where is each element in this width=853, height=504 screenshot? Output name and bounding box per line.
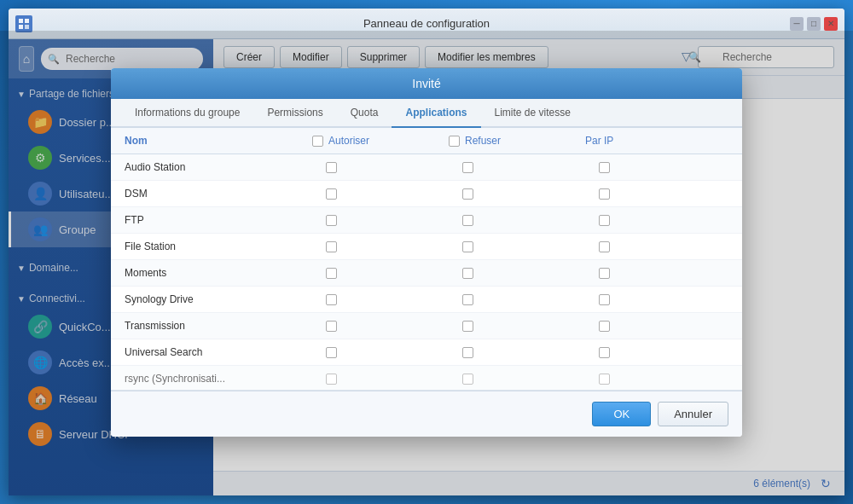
table-row: Transmission	[111, 313, 742, 339]
authorize-cell-2	[312, 215, 449, 226]
col-header-by-ip: Par IP	[585, 135, 696, 147]
byip-cb-5[interactable]	[599, 294, 610, 305]
authorize-cb-1[interactable]	[326, 188, 337, 200]
deny-cell-3	[449, 241, 585, 252]
maximize-button[interactable]: □	[807, 17, 821, 31]
dialog-title: Invité	[111, 68, 742, 99]
deny-all-checkbox[interactable]	[449, 136, 460, 147]
tab-permissions[interactable]: Permissions	[253, 99, 336, 128]
byip-cb-1[interactable]	[599, 188, 610, 200]
deny-cb-5[interactable]	[462, 294, 473, 305]
table-row: Synology Drive	[111, 287, 742, 313]
authorize-cell-5	[312, 294, 449, 305]
byip-cb-6[interactable]	[599, 321, 610, 332]
app-name-6: Transmission	[125, 320, 312, 332]
app-name-0: Audio Station	[125, 161, 312, 173]
close-button[interactable]: ✕	[824, 17, 838, 31]
byip-cell-6	[585, 321, 696, 332]
table-row: File Station	[111, 234, 742, 260]
deny-cb-4[interactable]	[462, 268, 473, 279]
svg-rect-2	[19, 25, 23, 29]
authorize-cell-6	[312, 321, 449, 332]
cancel-button[interactable]: Annuler	[658, 402, 728, 426]
app-name-3: File Station	[125, 240, 312, 252]
table-row: Moments	[111, 260, 742, 287]
deny-cb-7[interactable]	[462, 347, 473, 358]
authorize-cb-0[interactable]	[326, 162, 337, 173]
authorize-cell-3	[312, 241, 449, 252]
svg-rect-0	[19, 19, 23, 23]
svg-rect-1	[25, 19, 29, 23]
app-table-header: Nom Autoriser Refuser Par IP	[111, 128, 742, 154]
byip-cell-0	[585, 162, 696, 173]
tab-speed[interactable]: Limite de vitesse	[481, 99, 584, 128]
authorize-cell-8	[312, 374, 449, 385]
col-header-app-name: Nom	[125, 135, 312, 147]
app-table: Nom Autoriser Refuser Par IP Audio Stati…	[111, 128, 742, 391]
col-header-deny: Refuser	[449, 135, 585, 147]
deny-cell-0	[449, 162, 585, 173]
dialog-footer: OK Annuler	[111, 391, 742, 437]
deny-cell-5	[449, 294, 585, 305]
byip-cell-1	[585, 188, 696, 200]
table-row: rsync (Synchronisati...	[111, 366, 742, 391]
deny-cb-8[interactable]	[462, 374, 473, 385]
authorize-cb-7[interactable]	[326, 347, 337, 358]
app-name-1: DSM	[125, 188, 312, 200]
deny-cell-8	[449, 374, 585, 385]
table-row: DSM	[111, 181, 742, 207]
app-name-5: Synology Drive	[125, 293, 312, 305]
byip-cb-4[interactable]	[599, 268, 610, 279]
dialog-tabs: Informations du groupe Permissions Quota…	[111, 99, 742, 128]
byip-cell-5	[585, 294, 696, 305]
byip-cb-7[interactable]	[599, 347, 610, 358]
tab-quota[interactable]: Quota	[337, 99, 392, 128]
deny-cell-6	[449, 321, 585, 332]
deny-cb-2[interactable]	[462, 215, 473, 226]
deny-cell-2	[449, 215, 585, 226]
authorize-cb-8[interactable]	[326, 374, 337, 385]
authorize-cell-4	[312, 268, 449, 279]
authorize-cell-0	[312, 162, 449, 173]
byip-cell-4	[585, 268, 696, 279]
authorize-cb-5[interactable]	[326, 294, 337, 305]
authorize-all-checkbox[interactable]	[312, 136, 323, 147]
table-row: Audio Station	[111, 154, 742, 181]
deny-cb-1[interactable]	[462, 188, 473, 200]
byip-cell-7	[585, 347, 696, 358]
deny-cb-3[interactable]	[462, 241, 473, 252]
authorize-cell-7	[312, 347, 449, 358]
authorize-cb-2[interactable]	[326, 215, 337, 226]
tab-info[interactable]: Informations du groupe	[121, 99, 253, 128]
byip-cell-3	[585, 241, 696, 252]
byip-cb-3[interactable]	[599, 241, 610, 252]
minimize-button[interactable]: ─	[790, 17, 804, 31]
svg-rect-3	[25, 25, 29, 29]
authorize-cb-6[interactable]	[326, 321, 337, 332]
app-name-2: FTP	[125, 214, 312, 226]
byip-cell-2	[585, 215, 696, 226]
window-title: Panneau de configuration	[363, 17, 490, 30]
byip-cb-8[interactable]	[599, 374, 610, 385]
app-name-4: Moments	[125, 267, 312, 279]
authorize-cb-3[interactable]	[326, 241, 337, 252]
tab-applications[interactable]: Applications	[392, 99, 480, 128]
table-row: Universal Search	[111, 339, 742, 366]
app-icon	[15, 15, 32, 32]
authorize-cb-4[interactable]	[326, 268, 337, 279]
byip-cell-8	[585, 374, 696, 385]
byip-cb-0[interactable]	[599, 162, 610, 173]
col-header-authorize: Autoriser	[312, 135, 449, 147]
window-controls: ─ □ ✕	[790, 17, 838, 31]
deny-cb-6[interactable]	[462, 321, 473, 332]
app-name-7: Universal Search	[125, 346, 312, 358]
deny-cell-4	[449, 268, 585, 279]
byip-cb-2[interactable]	[599, 215, 610, 226]
authorize-cell-1	[312, 188, 449, 200]
dialog-body: Nom Autoriser Refuser Par IP Audio Stati…	[111, 128, 742, 391]
deny-cell-7	[449, 347, 585, 358]
deny-cell-1	[449, 188, 585, 200]
ok-button[interactable]: OK	[592, 402, 651, 426]
deny-cb-0[interactable]	[462, 162, 473, 173]
table-row: FTP	[111, 207, 742, 234]
